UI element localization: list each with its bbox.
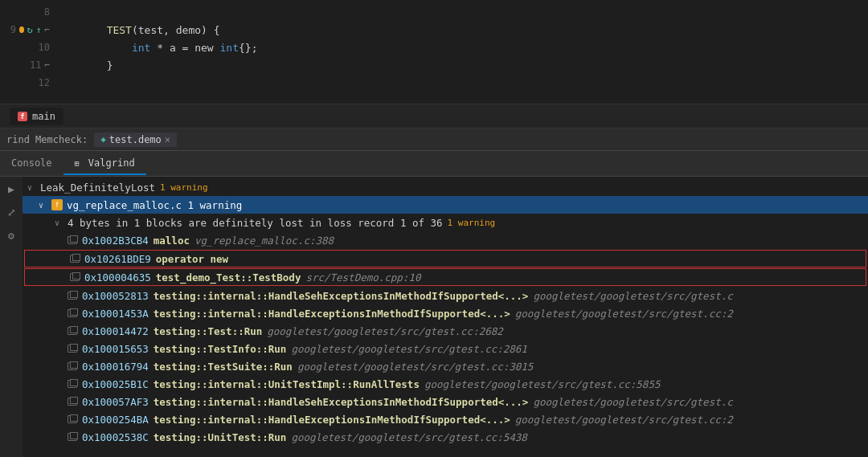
console-tab-label: Console: [11, 157, 52, 169]
copy-icon-7: [68, 345, 77, 353]
sidebar-play-icon[interactable]: ▶: [8, 183, 14, 195]
copy-icon-10: [68, 398, 77, 406]
tab-valgrind[interactable]: ⊞ Valgrind: [63, 153, 146, 175]
addr-8-value: 0x100016794: [82, 361, 149, 373]
valgrind-tab-icon: ⊞: [75, 159, 80, 168]
addr-1-value: 0x1002B3CB4: [82, 235, 149, 247]
addr-operator-new-row[interactable]: 0x10261BDE9 operator new: [24, 250, 866, 267]
copy-icon-12-back: [70, 432, 78, 439]
code-lines: 8 9 ↻ ↑ ⌐ TEST(test, demo) { 10 int: [0, 0, 868, 95]
line-gutter-11: 11 ⌐: [0, 59, 56, 71]
func-6: testing::Test::Run: [154, 325, 262, 337]
addr-2-value: 0x10261BDE9: [84, 253, 151, 265]
copy-icon-11-back: [70, 414, 78, 422]
func-8: testing::TestSuite::Run: [154, 361, 293, 373]
toggle-icon-1: ∨: [27, 183, 40, 192]
func-12: testing::UnitTest::Run: [154, 431, 287, 443]
func-malloc: malloc: [154, 235, 190, 247]
memcheck-results-area: ▶ ⤢ ⚙ ∨ Leak_DefinitelyLost 1 warning ∨ …: [0, 177, 868, 457]
valgrind-tab-label: Valgrind: [88, 157, 135, 169]
memcheck-tab-name: test.demo: [109, 134, 162, 145]
func-5: testing::internal::HandleExceptionsInMet…: [154, 308, 510, 320]
func-4: testing::internal::HandleSehExceptionsIn…: [154, 290, 529, 302]
memcheck-header-bar: rind Memcheck: ◈ test.demo ×: [0, 129, 868, 151]
copy-icon-1: [68, 236, 77, 244]
func-10: testing::internal::HandleSehExceptionsIn…: [154, 396, 529, 408]
leak-warning-badge: 1 warning: [160, 182, 208, 193]
addr-9-value: 0x100025B1C: [82, 378, 149, 390]
copy-icon-1-back: [70, 235, 78, 243]
addr-7-row[interactable]: 0x100015653 testing::TestInfo::Run googl…: [23, 340, 868, 357]
line-gutter-8: 8: [0, 6, 56, 18]
orange-dot-icon: [19, 27, 24, 33]
path-11: googletest/googletest/src/gtest.cc:2: [515, 414, 733, 426]
path-5: googletest/googletest/src/gtest.cc:2: [515, 308, 733, 320]
vg-replace-malloc-row[interactable]: ∨ f vg_replace_malloc.c 1 warning: [23, 196, 868, 214]
memcheck-title: rind Memcheck:: [6, 134, 88, 145]
addr-12-value: 0x10002538C: [82, 431, 149, 443]
addr-4-row[interactable]: 0x100052813 testing::internal::HandleSeh…: [23, 287, 868, 304]
path-8: googletest/googletest/src/gtest.cc:3015: [297, 361, 534, 373]
addr-10-row[interactable]: 0x100057AF3 testing::internal::HandleSeh…: [23, 393, 868, 410]
toggle-icon-2: ∨: [39, 201, 51, 210]
code-line-11: 11 ⌐ }: [0, 56, 868, 74]
copy-icon-8-back: [70, 361, 78, 369]
memcheck-tab-icon: ◈: [100, 134, 106, 145]
copy-icon-12: [68, 433, 77, 441]
path-4: googletest/googletest/src/gtest.c: [533, 290, 732, 302]
addr-11-row[interactable]: 0x1000254BA testing::internal::HandleExc…: [23, 410, 868, 428]
addr-testbody-row[interactable]: 0x100004635 test_demo_Test::TestBody src…: [24, 268, 866, 286]
leak-definitely-lost-row[interactable]: ∨ Leak_DefinitelyLost 1 warning: [23, 178, 868, 196]
leak-category-label: Leak_DefinitelyLost: [40, 182, 155, 194]
bytes-lost-label: 4 bytes in 1 blocks are definitely lost …: [68, 217, 443, 229]
line-num-8: 8: [34, 6, 50, 18]
line-num-11: 11: [25, 59, 41, 71]
copy-icon-5: [68, 309, 77, 317]
addr-5-row[interactable]: 0x10001453A testing::internal::HandleExc…: [23, 304, 868, 322]
vg-replace-malloc-label: vg_replace_malloc.c 1 warning: [67, 199, 242, 211]
copy-icon-11: [68, 415, 77, 423]
addr-malloc-row[interactable]: 0x1002B3CB4 malloc vg_replace_malloc.c:3…: [23, 231, 868, 249]
copy-icon-4-back: [70, 291, 78, 298]
copy-icon-6-back: [70, 326, 78, 333]
tab-console[interactable]: Console: [0, 153, 63, 175]
path-12: googletest/googletest/src/gtest.cc:5438: [291, 431, 527, 443]
sync-icon: ↻: [27, 24, 33, 35]
memcheck-tab-close[interactable]: ×: [165, 134, 170, 145]
addr-3-value: 0x100004635: [84, 271, 151, 284]
addr-8-row[interactable]: 0x100016794 testing::TestSuite::Run goog…: [23, 357, 868, 375]
copy-icon-6: [68, 327, 77, 335]
addr-9-row[interactable]: 0x100025B1C testing::internal::UnitTestI…: [23, 375, 868, 393]
sidebar-expand-icon[interactable]: ⤢: [7, 206, 16, 218]
copy-icon-2: [70, 255, 80, 263]
copy-icon-3: [70, 273, 80, 281]
addr-4-value: 0x100052813: [82, 290, 149, 302]
addr-11-value: 0x1000254BA: [82, 414, 149, 426]
addr-5-value: 0x10001453A: [82, 308, 149, 320]
main-tab[interactable]: f main: [10, 108, 63, 125]
bytes-lost-row[interactable]: ∨ 4 bytes in 1 blocks are definitely los…: [23, 214, 868, 231]
copy-icon-7-back: [70, 344, 78, 351]
left-sidebar: ▶ ⤢ ⚙: [0, 177, 23, 457]
brace-close-icon: ⌐: [44, 60, 50, 71]
code-editor: 8 9 ↻ ↑ ⌐ TEST(test, demo) { 10 int: [0, 0, 868, 104]
line-gutter-10: 10: [0, 42, 56, 53]
copy-icon-3-back: [72, 272, 80, 280]
line-num-12: 12: [34, 77, 50, 88]
main-tab-label: main: [32, 111, 55, 122]
func-7: testing::TestInfo::Run: [154, 343, 287, 355]
addr-7-value: 0x100015653: [82, 343, 149, 355]
addr-12-row[interactable]: 0x10002538C testing::UnitTest::Run googl…: [23, 428, 868, 446]
code-11: }: [107, 59, 113, 71]
sidebar-gear-icon[interactable]: ⚙: [8, 230, 14, 242]
path-malloc: vg_replace_malloc.c:388: [194, 235, 334, 247]
file-icon: f: [51, 199, 63, 210]
copy-icon-8: [68, 362, 77, 370]
addr-6-value: 0x100014472: [82, 325, 149, 337]
line-gutter-12: 12: [0, 77, 56, 88]
memcheck-tab[interactable]: ◈ test.demo ×: [94, 133, 177, 147]
main-tab-icon: f: [18, 112, 27, 121]
copy-icon-4: [68, 292, 77, 300]
copy-icon-9-back: [70, 379, 78, 386]
addr-6-row[interactable]: 0x100014472 testing::Test::Run googletes…: [23, 322, 868, 340]
